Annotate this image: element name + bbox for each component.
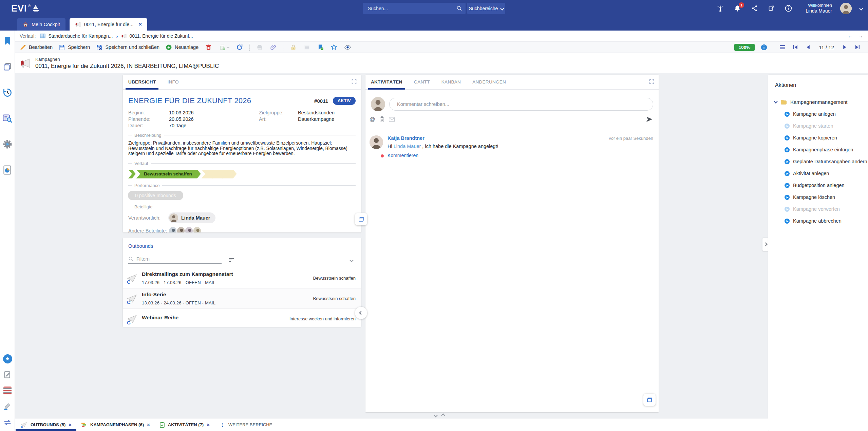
- copy-plus-icon[interactable]: [218, 43, 230, 51]
- tab-aktivitaeten[interactable]: AKTIVITÄTEN: [370, 75, 403, 90]
- sync-icon[interactable]: [2, 417, 13, 428]
- phase-segment-active[interactable]: Bewusstsein schaffen: [136, 170, 201, 179]
- history-back-icon[interactable]: ←: [848, 33, 853, 39]
- history-for­ward-icon[interactable]: →: [858, 33, 863, 39]
- tab-aenderungen[interactable]: ÄNDERUNGEN: [472, 75, 507, 90]
- tab-kanban[interactable]: KANBAN: [441, 75, 461, 90]
- tab-mein-cockpit[interactable]: Mein Cockpit: [17, 18, 65, 31]
- detach-panel-button[interactable]: [643, 394, 656, 406]
- action-kampagne-abbrechen[interactable]: ▶Kampagne abbrechen: [785, 218, 868, 224]
- edit-button[interactable]: Bearbeiten: [20, 44, 53, 51]
- eye-icon[interactable]: [344, 43, 351, 51]
- close-section-icon[interactable]: ×: [147, 422, 150, 428]
- action-budgetposition-anlegen[interactable]: ▶Budgetposition anlegen: [785, 183, 868, 188]
- outbounds-filter-input[interactable]: [136, 256, 222, 262]
- list-icon[interactable]: [303, 43, 310, 51]
- reply-link[interactable]: Kommentieren: [388, 153, 653, 158]
- close-section-icon[interactable]: ×: [69, 422, 72, 428]
- star-circle-icon[interactable]: ★: [2, 353, 13, 364]
- user-avatar[interactable]: [840, 3, 852, 14]
- outbound-row[interactable]: C Direktmailings zum Kampagnenstart 17.0…: [123, 268, 361, 288]
- search-notes-icon[interactable]: [2, 113, 13, 124]
- task-clipboard-icon[interactable]: [379, 116, 385, 123]
- avatar[interactable]: [193, 226, 202, 233]
- info-icon[interactable]: [760, 43, 768, 51]
- actions-group[interactable]: Kampagnenmanagement: [774, 99, 868, 105]
- breadcrumb-item-record[interactable]: 0011, Energie für die Zukunf...: [121, 33, 193, 39]
- prev-record-icon[interactable]: [805, 43, 812, 51]
- collapse-down-icon[interactable]: [434, 411, 438, 419]
- share-icon[interactable]: [750, 4, 759, 13]
- save-button[interactable]: Speichern: [59, 44, 90, 51]
- zoom-level-badge[interactable]: 100%: [734, 44, 755, 51]
- close-tab-icon[interactable]: ×: [138, 21, 142, 27]
- mail-icon[interactable]: [389, 117, 395, 122]
- user-menu-chevron-icon[interactable]: [859, 6, 863, 10]
- section-tab-aktivitaeten[interactable]: AKTIVITÄTEN (7) ×: [155, 418, 214, 431]
- sort-icon[interactable]: [229, 258, 235, 262]
- print-icon[interactable]: [256, 43, 263, 51]
- gear-play-icon[interactable]: [2, 138, 13, 150]
- next-record-icon[interactable]: [841, 43, 848, 51]
- comment-author-avatar[interactable]: [370, 135, 383, 149]
- outbound-row[interactable]: C Info-Serie 13.03.26 - 24.03.26 - OFFEN…: [123, 288, 361, 308]
- paperclip-icon[interactable]: [269, 43, 277, 51]
- refresh-icon[interactable]: [236, 43, 243, 51]
- stripes-icon[interactable]: [2, 385, 13, 396]
- report-pie-icon[interactable]: [2, 164, 13, 176]
- open-window-icon[interactable]: [767, 4, 776, 13]
- signature-icon[interactable]: [2, 401, 13, 412]
- send-comment-icon[interactable]: [645, 115, 653, 123]
- history-icon[interactable]: [2, 87, 13, 98]
- avatar[interactable]: [168, 226, 177, 233]
- search-input[interactable]: [368, 6, 456, 11]
- mention-icon[interactable]: @: [370, 116, 375, 123]
- tab-info[interactable]: INFO: [167, 75, 179, 90]
- last-page-icon[interactable]: [854, 43, 861, 51]
- tab-uebersicht[interactable]: ÜBERSICHT: [128, 75, 156, 90]
- menu-icon[interactable]: [779, 43, 786, 51]
- search-scope-dropdown[interactable]: Suchbereiche: [467, 3, 505, 14]
- outbound-row[interactable]: C Webinar-Reihe Interesse wecken und inf…: [123, 308, 361, 327]
- expand-icon[interactable]: [351, 79, 357, 85]
- edit-pad-icon[interactable]: [2, 369, 13, 380]
- detach-panel-button[interactable]: [355, 213, 367, 225]
- chevron-down-icon[interactable]: [350, 257, 356, 263]
- action-kampagne-anlegen[interactable]: ▶Kampagne anlegen: [785, 111, 868, 117]
- new-record-button[interactable]: Neuanlage: [166, 44, 199, 51]
- more-sections-button[interactable]: ⋮ WEITERE BEREICHE: [214, 418, 278, 431]
- first-page-icon[interactable]: [792, 43, 799, 51]
- action-kampagne-kopieren[interactable]: ▶Kampagne kopieren: [785, 135, 868, 140]
- collapse-panel-button[interactable]: [355, 307, 367, 319]
- more-circle-icon[interactable]: [784, 4, 793, 13]
- expand-sidebar-handle[interactable]: [762, 238, 769, 251]
- comment-author[interactable]: Katja Brandtner: [388, 135, 424, 141]
- expand-icon[interactable]: [649, 79, 655, 85]
- bookmark-add-icon[interactable]: [317, 43, 324, 51]
- lighthouse-icon[interactable]: [716, 4, 725, 13]
- section-tab-outbounds[interactable]: C OUTBOUNDS (5) ×: [16, 418, 76, 431]
- lock-icon[interactable]: [289, 43, 297, 51]
- notifications-bell-icon[interactable]: 1: [733, 4, 742, 13]
- comment-input[interactable]: [389, 98, 653, 111]
- search-icon[interactable]: [456, 5, 462, 11]
- avatar[interactable]: [185, 226, 193, 233]
- star-icon[interactable]: [330, 43, 338, 51]
- save-close-button[interactable]: Speichern und schließen: [96, 44, 159, 51]
- responsible-chip[interactable]: Linda Mauer: [168, 212, 215, 223]
- windows-icon[interactable]: [2, 61, 13, 73]
- action-datumsangaben-aendern[interactable]: ▶Geplante Datumsangaben ändern: [785, 159, 868, 164]
- close-section-icon[interactable]: ×: [207, 422, 210, 428]
- action-aktivitaet-anlegen[interactable]: ▶Aktivität anlegen: [785, 171, 868, 176]
- avatar[interactable]: [176, 226, 185, 233]
- bookmark-icon[interactable]: [2, 35, 13, 47]
- tab-gantt[interactable]: GANTT: [413, 75, 431, 90]
- breadcrumb-item-search[interactable]: Standardsuche für Kampagn...: [40, 33, 113, 39]
- delete-icon[interactable]: [205, 43, 212, 51]
- section-tab-kampagnenphasen[interactable]: KAMPAGNENPHASEN (6) ×: [76, 418, 155, 431]
- expand-up-icon[interactable]: [441, 411, 445, 419]
- action-kampagne-loeschen[interactable]: ▶Kampagne löschen: [785, 194, 868, 200]
- action-kampagnenphase-einfuegen[interactable]: ▶Kampagnenphase einfügen: [785, 147, 868, 152]
- tab-record-active[interactable]: 0011, Energie für die... ×: [70, 18, 148, 31]
- mention-link[interactable]: Linda Mauer: [394, 144, 421, 149]
